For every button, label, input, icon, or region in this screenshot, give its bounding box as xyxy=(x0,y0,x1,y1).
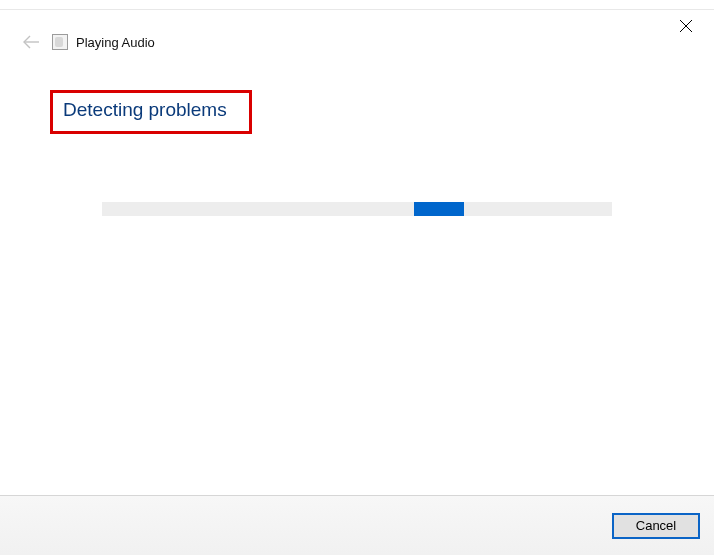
back-button[interactable] xyxy=(20,31,42,53)
close-button[interactable] xyxy=(676,16,696,36)
troubleshooter-title: Playing Audio xyxy=(76,35,155,50)
progress-bar xyxy=(102,202,612,216)
troubleshooter-window: Playing Audio Detecting problems Cancel xyxy=(0,0,714,555)
cancel-button-label: Cancel xyxy=(636,518,676,533)
footer-bar: Cancel xyxy=(0,495,714,555)
status-highlight-box: Detecting problems xyxy=(50,90,252,134)
status-text: Detecting problems xyxy=(63,99,227,120)
back-arrow-icon xyxy=(22,35,40,49)
cancel-button[interactable]: Cancel xyxy=(612,513,700,539)
audio-troubleshooter-icon xyxy=(52,34,68,50)
window-top-border xyxy=(0,0,714,10)
content-area: Detecting problems xyxy=(0,56,714,495)
close-icon xyxy=(679,19,693,33)
progress-indicator xyxy=(414,202,464,216)
header-bar: Playing Audio xyxy=(0,10,714,56)
